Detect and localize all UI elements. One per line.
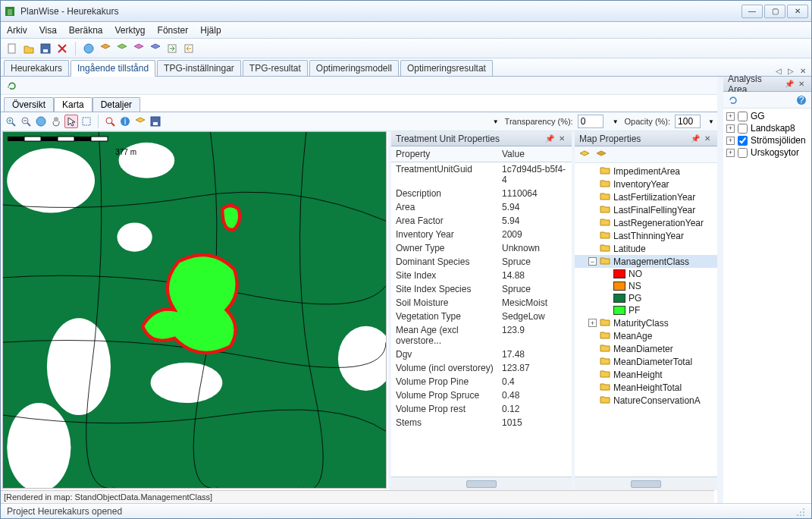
tree-node-meandiameter[interactable]: MeanDiameter (575, 342, 717, 355)
tree-node-meanage[interactable]: MeanAge (575, 329, 717, 342)
pin-icon[interactable]: 📌 (544, 134, 555, 144)
help-icon[interactable]: ? (795, 93, 808, 107)
analysis-checkbox[interactable] (738, 124, 748, 134)
subtab-karta[interactable]: Karta (54, 97, 92, 112)
select-rect-icon[interactable] (80, 115, 93, 128)
property-row[interactable]: Area Factor5.94 (391, 214, 572, 228)
property-row[interactable]: Site Index14.88 (391, 269, 572, 282)
property-row[interactable]: Soil MoistureMesicMoist (391, 296, 572, 310)
tree-node-natureconservationa[interactable]: NatureConservationA (575, 394, 717, 407)
menu-verktyg[interactable]: Verktyg (115, 25, 146, 36)
remove-layer-icon[interactable] (594, 148, 608, 162)
pin-icon[interactable]: 📌 (784, 79, 795, 90)
save-icon[interactable] (39, 42, 52, 55)
menu-hjalp[interactable]: Hjälp (200, 25, 221, 36)
property-row[interactable]: Dgv17.48 (391, 348, 572, 361)
property-row[interactable]: TreatmentUnitGuid1c7d94d5-b5f4-4 (391, 162, 572, 187)
new-icon[interactable] (5, 42, 19, 55)
transparency-input[interactable] (578, 115, 604, 128)
property-row[interactable]: Area5.94 (391, 200, 572, 214)
property-row[interactable]: Volume Prop rest0.12 (391, 402, 572, 416)
tree-node-maturityclass[interactable]: +MaturityClass (575, 316, 717, 329)
subtab-detaljer[interactable]: Detaljer (92, 97, 140, 112)
save-map-icon[interactable] (149, 115, 162, 128)
col-property[interactable]: Property (391, 146, 497, 162)
property-row[interactable]: Dominant SpeciesSpruce (391, 255, 572, 269)
close-icon[interactable]: ✕ (702, 134, 713, 144)
expand-icon[interactable]: + (726, 137, 735, 145)
cube4-icon[interactable] (149, 42, 162, 55)
menu-fonster[interactable]: Fönster (158, 25, 189, 36)
property-row[interactable]: Inventory Year2009 (391, 228, 572, 241)
tab-optimeringsmodell[interactable]: Optimeringsmodell (309, 60, 399, 76)
analysis-checkbox[interactable] (738, 136, 748, 146)
cube1-icon[interactable] (99, 42, 112, 55)
menu-berakna[interactable]: Beräkna (69, 25, 103, 36)
pin-icon[interactable]: 📌 (690, 134, 701, 144)
tab-ingaende-tillstand[interactable]: Ingående tillstånd (71, 60, 155, 77)
add-layer-icon[interactable] (578, 148, 591, 162)
dropdown-caret[interactable]: ▼ (493, 118, 499, 125)
property-row[interactable]: Vegetation TypeSedgeLow (391, 310, 572, 323)
tab-tpg-resultat[interactable]: TPG-resultat (243, 60, 308, 76)
expand-icon[interactable]: + (726, 149, 735, 157)
analysis-item-gg[interactable]: +GG (723, 110, 811, 122)
zoom-extent-icon[interactable] (34, 115, 48, 128)
zoom-layer-icon[interactable] (103, 115, 117, 128)
analysis-item-strömsjöliden[interactable]: +Strömsjöliden (723, 134, 811, 146)
analysis-checkbox[interactable] (738, 148, 748, 158)
property-row[interactable]: Stems1015 (391, 416, 572, 429)
delete-icon[interactable] (55, 42, 69, 55)
tree-node-impedimentarea[interactable]: ImpedimentArea (575, 165, 717, 178)
tree-node-lastfertilizationyear[interactable]: LastFertilizationYear (575, 190, 717, 203)
subtab-oversikt[interactable]: Översikt (4, 97, 54, 112)
tree-node-ns[interactable]: NS (575, 280, 717, 292)
zoom-in-icon[interactable] (4, 115, 17, 128)
export-icon[interactable] (165, 42, 179, 55)
minimize-button[interactable]: — (741, 5, 763, 18)
tree-node-lastregenerationyear[interactable]: LastRegenerationYear (575, 216, 717, 229)
zoom-out-icon[interactable] (19, 115, 33, 128)
hscrollbar[interactable] (575, 477, 717, 490)
expand-icon[interactable]: + (588, 319, 597, 327)
close-icon[interactable]: ✕ (796, 79, 807, 90)
dropdown-caret[interactable]: ▼ (613, 118, 619, 125)
property-row[interactable]: Site Index SpeciesSpruce (391, 282, 572, 296)
property-row[interactable]: Volume Prop Spruce0.48 (391, 388, 572, 402)
tree-node-inventoryyear[interactable]: InventoryYear (575, 178, 717, 190)
maximize-button[interactable]: ▢ (764, 5, 785, 18)
tree-node-latitude[interactable]: Latitude (575, 242, 717, 255)
dropdown-caret[interactable]: ▼ (708, 118, 714, 125)
map-canvas[interactable]: 377 m (2, 131, 387, 489)
menu-visa[interactable]: Visa (39, 25, 57, 36)
expand-icon[interactable]: + (726, 124, 735, 133)
close-icon[interactable]: ✕ (556, 134, 567, 144)
analysis-item-urskogsytor[interactable]: +Urskogsytor (723, 146, 811, 159)
globe-icon[interactable] (82, 42, 96, 55)
info-icon[interactable]: i (118, 115, 132, 128)
opacity-input[interactable] (675, 115, 701, 128)
layers-icon[interactable] (133, 115, 147, 128)
tab-next-icon[interactable]: ▷ (785, 65, 796, 76)
hscrollbar[interactable] (391, 477, 572, 490)
expand-icon[interactable]: + (726, 112, 735, 121)
property-row[interactable]: Volume Prop Pine0.4 (391, 375, 572, 388)
tree-node-pf[interactable]: PF (575, 304, 717, 316)
tree-node-meanheight[interactable]: MeanHeight (575, 368, 717, 381)
tab-tpg-installningar[interactable]: TPG-inställningar (157, 60, 241, 76)
cube2-icon[interactable] (115, 42, 129, 55)
menu-arkiv[interactable]: Arkiv (7, 25, 27, 36)
analysis-checkbox[interactable] (738, 112, 748, 121)
tab-close-icon[interactable]: ✕ (798, 65, 808, 76)
property-row[interactable]: Owner TypeUnknown (391, 241, 572, 255)
close-button[interactable]: ✕ (787, 5, 808, 18)
tree-node-lastfinalfellingyear[interactable]: LastFinalFellingYear (575, 203, 717, 216)
property-row[interactable]: Description1110064 (391, 187, 572, 200)
property-row[interactable]: Mean Age (excl overstore...123.9 (391, 323, 572, 348)
tree-node-pg[interactable]: PG (575, 292, 717, 304)
refresh-icon[interactable] (5, 79, 19, 93)
import-icon[interactable] (182, 42, 196, 55)
tree-node-lastthinningyear[interactable]: LastThinningYear (575, 229, 717, 242)
property-row[interactable]: Volume (incl overstorey)123.87 (391, 361, 572, 375)
select-arrow-icon[interactable] (64, 115, 78, 128)
